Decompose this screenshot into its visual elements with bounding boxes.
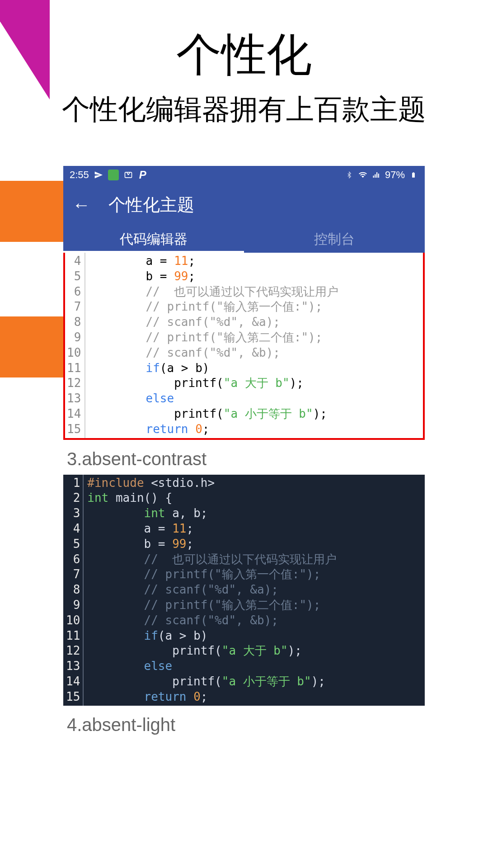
wifi-icon [358,170,368,180]
phone-screenshot: 2:55 P 97% ← [63,166,425,741]
back-arrow-icon[interactable]: ← [72,195,90,215]
svg-rect-4 [413,172,414,173]
p-icon: P [138,170,148,180]
tab-console[interactable]: 控制台 [244,226,425,253]
app-bar: ← 个性化主题 [63,184,425,226]
line-numbers: 4 5 6 7 8 9 10 11 12 13 14 15 [65,253,85,438]
message-icon [123,170,133,180]
code-content: #include <stdio.h> int main() { int a, b… [84,475,340,706]
tab-label: 控制台 [314,230,355,249]
page-title: 个性化 [0,25,488,86]
tabs: 代码编辑器 控制台 [63,226,425,253]
svg-line-2 [128,172,130,175]
theme-label-4[interactable]: 4.absent-light [63,706,425,741]
svg-line-1 [127,172,128,175]
status-time: 2:55 [70,169,89,181]
tab-label: 代码编辑器 [120,230,188,249]
code-preview-dark[interactable]: 1 2 3 4 5 6 7 8 9 10 11 12 13 14 15 #inc… [63,475,425,706]
code-preview-light[interactable]: 4 5 6 7 8 9 10 11 12 13 14 15 a = 11; b … [63,253,425,440]
tab-code-editor[interactable]: 代码编辑器 [63,226,244,253]
page-subtitle: 个性化编辑器拥有上百款主题 [0,90,488,128]
app-icon [108,170,119,180]
battery-icon [408,170,418,180]
decorative-triangle [0,0,50,99]
code-content: a = 11; b = 99; // 也可以通过以下代码实现让用户 // pri… [85,253,342,438]
theme-label-3[interactable]: 3.absent-contrast [63,440,425,475]
line-numbers: 1 2 3 4 5 6 7 8 9 10 11 12 13 14 15 [63,475,84,706]
svg-rect-3 [412,173,415,178]
bluetooth-icon [344,170,354,180]
app-bar-title: 个性化主题 [108,193,194,217]
signal-icon [371,170,381,180]
status-bar: 2:55 P 97% [63,166,425,184]
telegram-icon [94,170,103,180]
battery-percent: 97% [385,169,405,181]
